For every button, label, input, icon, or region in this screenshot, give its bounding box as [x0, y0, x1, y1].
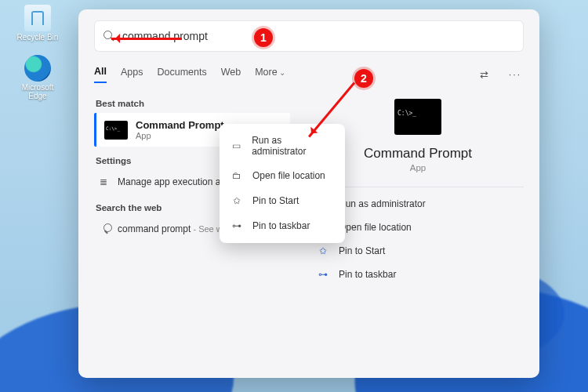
recycle-bin-icon [24, 5, 51, 31]
tab-documents[interactable]: Documents [157, 67, 206, 82]
desktop-icon-edge[interactable]: Microsoft Edge [14, 55, 61, 100]
section-best-match: Best match [96, 99, 290, 108]
recycle-bin-label: Recycle Bin [14, 33, 61, 42]
pin-icon [317, 268, 329, 281]
share-icon[interactable] [475, 66, 492, 83]
action-run-admin-label: Run as administrator [339, 198, 426, 209]
action-open-location-label: Open file location [339, 222, 412, 233]
tab-apps[interactable]: Apps [121, 67, 143, 82]
tab-more[interactable]: More [255, 67, 285, 82]
action-pin-taskbar-label: Pin to taskbar [339, 269, 396, 280]
settings-list-icon: ≣ [97, 176, 110, 187]
search-input[interactable] [122, 30, 514, 42]
edge-icon [24, 55, 51, 82]
pin-icon [230, 220, 243, 232]
ctx-run-admin-label: Run as administrator [252, 135, 334, 157]
search-bar[interactable] [94, 20, 524, 52]
more-options-icon[interactable]: ··· [506, 66, 524, 83]
ctx-pin-taskbar[interactable]: Pin to taskbar [220, 213, 345, 238]
best-match-title: Command Prompt [136, 119, 224, 131]
search-icon [97, 223, 110, 234]
annotation-arrow-1 [111, 38, 182, 40]
ctx-open-location-label: Open file location [252, 170, 325, 181]
action-pin-start-label: Pin to Start [339, 245, 385, 256]
ctx-open-location[interactable]: Open file location [220, 163, 345, 188]
cmd-icon [394, 99, 441, 135]
annotation-step-1: 1 [254, 28, 273, 47]
ctx-run-admin[interactable]: Run as administrator [220, 129, 345, 163]
context-menu: Run as administrator Open file location … [220, 124, 345, 243]
tab-all[interactable]: All [94, 66, 107, 83]
action-pin-taskbar[interactable]: Pin to taskbar [312, 263, 524, 286]
pin-icon [317, 245, 329, 257]
pin-icon [230, 194, 243, 207]
annotation-step-2: 2 [354, 69, 373, 88]
ctx-pin-start-label: Pin to Start [252, 195, 299, 206]
filter-tabs: All Apps Documents Web More ··· [94, 66, 524, 83]
ctx-pin-taskbar-label: Pin to taskbar [252, 220, 310, 231]
action-pin-start[interactable]: Pin to Start [312, 239, 524, 263]
best-match-subtitle: App [136, 131, 224, 140]
ctx-pin-start[interactable]: Pin to Start [220, 188, 345, 213]
cmd-icon [104, 121, 128, 140]
desktop-icon-recycle-bin[interactable]: Recycle Bin [14, 5, 61, 42]
web-result-title: command prompt [118, 223, 191, 234]
tab-web[interactable]: Web [221, 67, 241, 82]
edge-label: Microsoft Edge [14, 83, 61, 100]
folder-icon [230, 169, 243, 182]
admin-shield-icon [230, 140, 242, 152]
